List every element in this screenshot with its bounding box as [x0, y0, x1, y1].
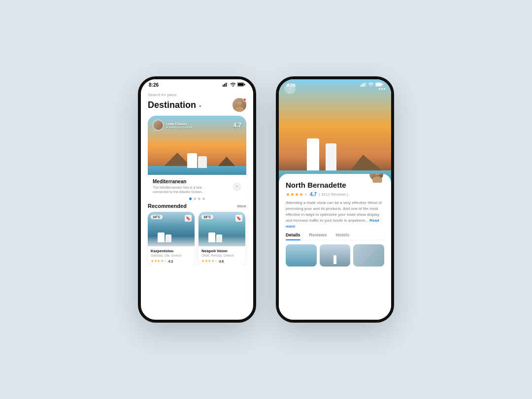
more-link[interactable]: More [237, 204, 246, 208]
hero-card[interactable]: Leila Chavez ● Wallis and Futuna 4.7 Med… [148, 116, 246, 195]
card1-name: Karpenisiou [151, 249, 192, 253]
signal-icon-2 [361, 82, 366, 88]
card2-building [208, 230, 223, 242]
svg-point-9 [235, 106, 244, 112]
detail-avatar [368, 174, 384, 182]
recommended-title: Recommended [148, 203, 187, 209]
phone1-content: Search for place Destination ⌄ [141, 90, 253, 320]
hero-image: Leila Chavez ● Wallis and Futuna 4.7 [148, 116, 246, 175]
header-area: Search for place Destination ⌄ [141, 90, 253, 116]
svg-rect-17 [382, 84, 383, 85]
detail-description: Attending a trade show can be a very eff… [286, 200, 384, 230]
header-row: Destination ⌄ [148, 98, 246, 112]
destination-text: Destination [148, 100, 196, 110]
detail-stars: ★★★★★ [286, 192, 308, 197]
status-bar-2: 8:26 [279, 79, 391, 90]
tab-reviews[interactable]: Reviews [309, 233, 327, 240]
phone-2: ‹ 8:26 [276, 76, 394, 323]
svg-point-4 [233, 86, 233, 87]
card1-bookmark-icon[interactable]: 🔖 [185, 215, 192, 222]
card1-image: 34°C 🔖 [148, 212, 195, 246]
hero-place-info: Mediterranean The Mediterranean Sea is a… [153, 179, 217, 194]
status-bar-1: 8:26 [141, 79, 253, 90]
card2-image: 38°C 🔖 [199, 212, 245, 246]
card1-building [158, 230, 172, 242]
user-avatar-container[interactable] [233, 98, 246, 112]
detail-rating-num: 4.7 [310, 192, 317, 197]
status-icons-2 [361, 82, 383, 88]
p2-arch [307, 133, 336, 173]
building [185, 148, 209, 168]
card2-body: Neapoli Voion Ofsaf, Perissa, Greece ★★★… [199, 246, 245, 266]
description-text: Attending a trade show can be a very eff… [286, 200, 382, 223]
thumb-2[interactable] [320, 244, 351, 266]
hero-user-location: ● Wallis and Futuna [166, 126, 192, 129]
hero-place-name: Mediterranean [153, 179, 217, 184]
dot-2[interactable] [194, 198, 196, 200]
card2-temp: 38°C [201, 215, 213, 219]
phone-1: 8:26 Search for place Destination ⌄ [138, 76, 256, 323]
card2-location: Ofsaf, Perissa, Greece [201, 254, 242, 257]
reviews-count: 3212 Reviews [321, 192, 346, 197]
detail-tabs: Details Reviews Hotels [286, 233, 384, 240]
detail-card: North Bernadette ★★★★★ 4.7 ( 3212 Review… [279, 174, 391, 320]
hero-arrow-button[interactable]: › [233, 182, 241, 191]
p2-mountain [349, 155, 384, 172]
card1-rating: 4.3 [168, 260, 173, 263]
recommended-header: Recommended More [141, 202, 253, 212]
dot-1[interactable] [189, 198, 192, 200]
card2-stars: ★★★★★ [201, 259, 218, 263]
wifi-icon-1 [230, 82, 236, 88]
tab-details[interactable]: Details [286, 233, 300, 240]
thumb-3[interactable] [353, 244, 384, 266]
svg-rect-2 [226, 83, 227, 87]
cards-row: 34°C 🔖 Karpenisiou Safosad, Oia, Greece … [141, 212, 253, 266]
wifi-icon-2 [368, 82, 374, 88]
svg-rect-10 [361, 85, 362, 87]
destination-title: Destination ⌄ [148, 100, 202, 110]
svg-rect-11 [362, 84, 363, 87]
place-card-1[interactable]: 34°C 🔖 Karpenisiou Safosad, Oia, Greece … [148, 212, 195, 266]
status-icons-1 [223, 82, 245, 88]
hero-rating: 4.7 [233, 122, 241, 129]
detail-rating-row: ★★★★★ 4.7 ( 3212 Reviews ) [286, 192, 384, 197]
search-label: Search for place [148, 93, 246, 97]
svg-rect-7 [244, 84, 245, 85]
svg-rect-12 [364, 83, 365, 87]
battery-icon-1 [237, 82, 245, 88]
notification-dot [243, 98, 246, 101]
chevron-down-icon[interactable]: ⌄ [198, 102, 202, 108]
card1-location: Safosad, Oia, Greece [151, 254, 192, 257]
dot-4[interactable] [202, 198, 205, 200]
battery-icon-2 [375, 82, 383, 88]
svg-rect-6 [238, 83, 243, 86]
svg-rect-0 [223, 85, 224, 87]
dot-3[interactable] [198, 198, 200, 200]
hero2-image: ‹ [279, 79, 391, 183]
hero-user-info: Leila Chavez ● Wallis and Futuna [153, 120, 192, 131]
time-1: 8:26 [149, 82, 159, 88]
hero-user-row: Leila Chavez ● Wallis and Futuna 4.7 [153, 120, 241, 131]
hero-user-text: Leila Chavez ● Wallis and Futuna [166, 122, 192, 129]
hero-info-card: Mediterranean The Mediterranean Sea is a… [148, 175, 246, 195]
card1-temp: 34°C [151, 215, 163, 219]
svg-rect-16 [376, 83, 381, 86]
signal-icon-1 [223, 82, 229, 88]
svg-point-14 [370, 86, 371, 87]
card1-body: Karpenisiou Safosad, Oia, Greece ★★★★★ 4… [148, 246, 195, 266]
place-card-2[interactable]: 38°C 🔖 Neapoli Voion Ofsaf, Perissa, Gre… [199, 212, 245, 266]
detail-reviews: ( 3212 Reviews ) [319, 192, 348, 197]
thumb-1[interactable] [286, 244, 317, 266]
card2-rating-row: ★★★★★ 4.6 [201, 259, 242, 263]
hero-place-desc: The Mediterranean Sea is a sea connected… [153, 185, 217, 194]
svg-rect-3 [227, 82, 228, 87]
svg-point-8 [237, 100, 242, 105]
hero-dots [141, 198, 253, 200]
svg-point-19 [372, 176, 382, 183]
time-2: 8:26 [287, 83, 296, 88]
card1-stars: ★★★★★ [151, 259, 167, 263]
tab-hotels[interactable]: Hotels [336, 233, 350, 240]
card2-bookmark-icon[interactable]: 🔖 [235, 215, 242, 222]
svg-point-18 [374, 174, 380, 175]
hero-avatar [153, 120, 164, 131]
